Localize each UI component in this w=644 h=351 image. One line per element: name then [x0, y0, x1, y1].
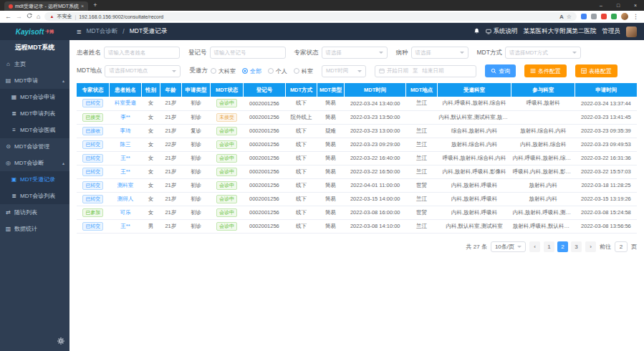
table-cell: 已转交 [77, 151, 109, 165]
apply-type-text: 初诊 [191, 100, 201, 106]
search-button[interactable]: 查询 [485, 64, 516, 77]
sidebar-item-label: MDT会诊管理 [14, 143, 49, 150]
sidebar-item-5[interactable]: ⊙MDT会诊管理 [0, 138, 69, 155]
browser-menu-icon[interactable]: ⋮ [633, 11, 639, 23]
table-cell: 2022-03-15 13:19:26 [575, 192, 637, 206]
sidebar-item-4[interactable]: ≡MDT会诊医嘱 [0, 122, 69, 138]
column-header-0: 专家状态 [77, 83, 109, 97]
table-cell: 0002001256 [243, 151, 285, 165]
extension-icon-2[interactable] [591, 14, 597, 19]
sidebar-item-3[interactable]: ≣MDT申请列表 [0, 105, 69, 122]
home-icon: ⌂ [5, 61, 11, 67]
window-minimize-button[interactable]: – [592, 0, 610, 11]
prev-page-button[interactable]: ‹ [529, 241, 540, 252]
translate-icon[interactable]: A [559, 14, 564, 20]
sidebar-item-2[interactable]: ▦MDT会诊申请 [0, 89, 69, 105]
manage-icon: ⊙ [5, 143, 11, 150]
sidebar-item-label: 数据统计 [14, 225, 37, 233]
table-cell: 线下 [286, 97, 317, 110]
browser-profile-avatar[interactable] [621, 13, 628, 20]
apply-type-text: 初诊 [191, 223, 201, 229]
patient-name-link[interactable]: 测科室 [117, 182, 134, 188]
back-icon[interactable]: ← [5, 11, 11, 23]
mdt-time-select[interactable]: MDT时间 [322, 65, 366, 77]
condition-config-button[interactable]: 条件配置 [524, 64, 567, 77]
mdt-place-text: 兰江 [416, 223, 427, 229]
table-cell: 呼吸科,内科,放射科,影像科 [511, 165, 575, 178]
expert-status-label: 专家状态 [294, 49, 319, 57]
expert-status-placeholder: 请选择 [326, 49, 342, 57]
sidebar-item-1[interactable]: ▤MDT申请▴ [0, 72, 69, 89]
bookmark-star-icon[interactable]: ☆ [567, 14, 572, 20]
window-maximize-button[interactable]: □ [610, 0, 627, 11]
system-help-link[interactable]: 系统说明 [486, 27, 518, 36]
sidebar-item-8[interactable]: ≣MDT会诊列表 [0, 188, 69, 204]
extension-icon-3[interactable] [601, 14, 607, 19]
page-button-3[interactable]: 3 [571, 241, 582, 252]
gender-text: 女 [148, 155, 154, 161]
patient-name-link[interactable]: 李** [120, 114, 130, 120]
notification-bell-icon[interactable] [474, 28, 480, 36]
sidebar-item-7[interactable]: ▣MDT受邀记录 [0, 171, 69, 188]
patient-name-link[interactable]: 可乐 [120, 209, 131, 216]
sidebar-item-6[interactable]: ◎MDT会诊断▴ [0, 155, 69, 171]
table-config-button[interactable]: 表格配置 [575, 64, 617, 77]
patient-name-input[interactable]: 请输入患者姓名 [104, 47, 180, 59]
refresh-icon[interactable] [27, 11, 32, 23]
table-cell: 女 [142, 192, 160, 206]
patient-name-link[interactable]: 王** [120, 168, 130, 175]
patient-name-link[interactable]: 测得人 [117, 196, 134, 202]
table-cell: 2022-03-08 13:56:56 [575, 219, 637, 233]
sidebar-item-label: MDT受邀记录 [20, 176, 55, 183]
home-icon[interactable]: ⌂ [37, 11, 40, 23]
form-icon: ▤ [5, 77, 11, 84]
table-cell: 世贸 [406, 206, 438, 219]
patient-name-link[interactable]: 陈三 [120, 141, 131, 148]
mdt-place-select[interactable]: 请选择MDT地点 [105, 65, 181, 77]
page-button-1[interactable]: 1 [544, 241, 554, 252]
mdt-type-text: 疑难 [325, 128, 336, 134]
collapse-menu-icon[interactable]: ≡ [77, 27, 81, 36]
new-tab-button[interactable]: + [93, 0, 97, 11]
sidebar-item-10[interactable]: ▥数据统计 [0, 221, 69, 237]
date-range-picker[interactable]: 开始日期 至 结束日期 [375, 65, 476, 77]
extension-icon-4[interactable] [611, 14, 617, 19]
age-text: 21岁 [165, 168, 176, 175]
page-size-select[interactable]: 10条/页 [491, 241, 526, 252]
patient-name-link[interactable]: 李琦 [120, 128, 131, 134]
page-button-2[interactable]: 2 [557, 241, 568, 252]
tab-close-icon[interactable]: × [81, 4, 84, 9]
invitee-radio-2[interactable]: 个人 [268, 67, 287, 75]
invitee-radio-0[interactable]: 大科室 [211, 67, 236, 75]
user-avatar[interactable] [626, 27, 637, 37]
sidebar-item-0[interactable]: ⌂主页 [0, 56, 69, 72]
mdt-mode-text: 线下 [296, 128, 307, 134]
settings-gear-icon[interactable] [57, 335, 64, 347]
goto-page-input[interactable]: 2 [615, 241, 628, 252]
next-page-button[interactable]: › [585, 241, 596, 252]
browser-tab[interactable]: mdt受邀记录 - 远程MDT系统 × [4, 1, 88, 11]
mdt-mode-label: MDT方式 [477, 49, 502, 57]
mdt-mode-select[interactable]: 请选择MDT方式 [505, 47, 581, 59]
patient-name-link[interactable]: 科室受邀 [115, 100, 136, 106]
expert-status-select[interactable]: 请选择 [322, 47, 388, 59]
window-close-button[interactable]: × [627, 0, 644, 11]
address-bar[interactable]: ▲ 不安全 | 192.168.0.156:9002/consultate/re… [44, 12, 577, 21]
mdt-mode-text: 线下 [296, 223, 307, 229]
disease-select[interactable]: 请选择 [411, 47, 468, 59]
table-cell: 疑难 [317, 124, 344, 138]
invitee-radio-3[interactable]: 科室 [294, 67, 313, 75]
table-cell: 2022-03-08 14:10:00 [345, 219, 406, 233]
table-cell: 内科,放射科,呼吸科 [438, 178, 511, 192]
table-cell: 初诊 [181, 206, 211, 219]
invitee-radio-1[interactable]: 全部 [242, 67, 261, 75]
patient-name-link[interactable]: 王** [120, 155, 130, 161]
patient-name-link[interactable]: 王** [120, 223, 130, 229]
extension-icon-1[interactable] [581, 14, 587, 19]
table-cell: 会诊中 [211, 165, 243, 178]
table-cell: 李** [109, 110, 141, 124]
sidebar-item-9[interactable]: ⇄随访列表 [0, 204, 69, 221]
forward-icon[interactable]: → [16, 11, 22, 23]
mdt-records-table: 专家状态患者姓名性别年龄申请类型MDT状态登记号MDT方式MDT类型MDT时间M… [77, 83, 637, 234]
register-no-input[interactable]: 请输入登记号 [210, 47, 286, 59]
